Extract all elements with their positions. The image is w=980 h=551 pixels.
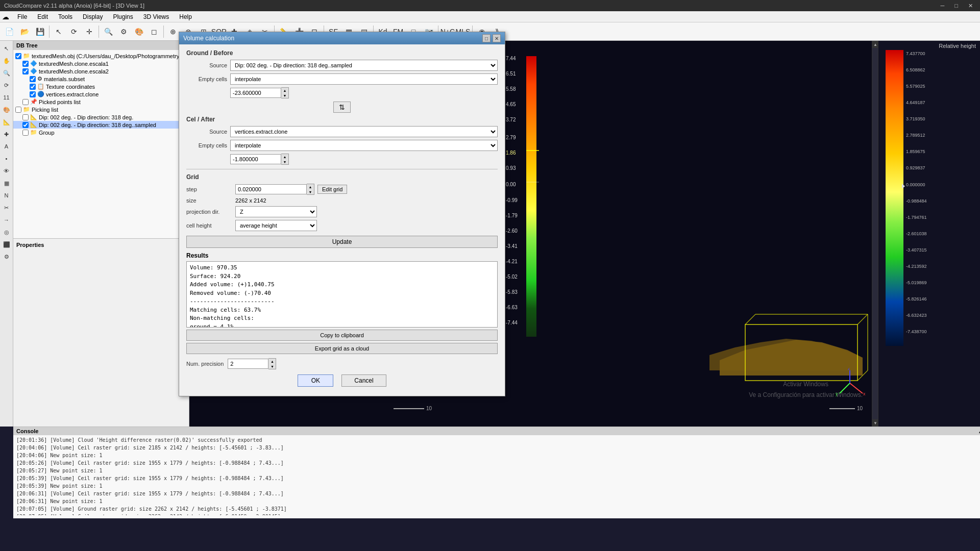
sidebar-arrow[interactable]: → (1, 214, 12, 226)
minimize-button[interactable]: ─ (938, 3, 948, 9)
num-precision-down[interactable]: ▼ (268, 364, 276, 369)
tree-item-6[interactable]: 📌Picked points list (13, 98, 189, 106)
dialog-titlebar[interactable]: Volume calculation □ ✕ (179, 32, 505, 44)
translate-button[interactable]: ✛ (82, 24, 96, 39)
num-precision-up[interactable]: ▲ (268, 359, 276, 364)
tree-checkbox-4[interactable] (30, 84, 36, 90)
tree-item-7[interactable]: 📁Picking list (13, 106, 189, 113)
mesh-button[interactable]: ◻ (147, 24, 161, 39)
menu-tools[interactable]: Tools (54, 12, 77, 21)
cel-height-down[interactable]: ▼ (281, 159, 288, 164)
cancel-button[interactable]: Cancel (341, 374, 386, 387)
tree-item-9[interactable]: 📐Dip: 002 deg. - Dip direction: 318 deg.… (13, 121, 189, 129)
console-collapse-btn[interactable]: ▲ (978, 429, 980, 434)
dialog-titlebar-controls[interactable]: □ ✕ (482, 34, 501, 42)
tree-item-1[interactable]: 🔷texturedMesh.clone.escala1 (13, 60, 189, 67)
menu-3dviews[interactable]: 3D Views (139, 12, 173, 21)
ground-height-input[interactable] (230, 88, 281, 98)
cel-height-input[interactable] (230, 154, 281, 164)
sidebar-label[interactable]: A (1, 141, 12, 152)
menu-file[interactable]: File (13, 12, 31, 21)
tree-checkbox-8[interactable] (22, 114, 29, 120)
open-button[interactable]: 📂 (17, 24, 32, 39)
select-button[interactable]: ↖ (52, 24, 66, 39)
num-precision-input[interactable] (228, 359, 268, 369)
sidebar-point[interactable]: • (1, 153, 12, 164)
tree-checkbox-7[interactable] (15, 107, 21, 113)
menu-plugins[interactable]: Plugins (109, 12, 137, 21)
menu-edit[interactable]: Edit (33, 12, 52, 21)
sidebar-clip[interactable]: ✂ (1, 202, 12, 213)
sidebar-cross[interactable]: ✚ (1, 129, 12, 140)
update-button[interactable]: Update (186, 236, 498, 248)
close-button[interactable]: ✕ (965, 3, 976, 9)
zoom-button[interactable]: 🔍 (101, 24, 115, 39)
cel-height-up[interactable]: ▲ (281, 154, 288, 159)
sidebar-sf[interactable]: 11 (1, 92, 12, 103)
sidebar-pan[interactable]: ✋ (1, 55, 12, 66)
ok-button[interactable]: OK (298, 374, 333, 387)
maximize-button[interactable]: □ (951, 3, 961, 9)
console-content[interactable]: [20:01:36] [Volume] Cloud 'Height differ… (13, 435, 980, 515)
sidebar-extra3[interactable]: ⚙ (1, 251, 12, 262)
tree-checkbox-0[interactable] (15, 53, 21, 59)
tree-item-4[interactable]: 📋Texture coordinates (13, 83, 189, 90)
results-box[interactable]: Volume: 970.35Surface: 924.20Added volum… (186, 261, 498, 328)
vertical-scrollbar[interactable]: ▲ ▼ (872, 41, 878, 427)
tree-item-0[interactable]: 📁texturedMesh.obj (C:/Users/dau_/Desktop… (13, 52, 189, 60)
tree-checkbox-10[interactable] (22, 130, 29, 136)
scroll-down-btn[interactable]: ▼ (872, 419, 878, 427)
tree-checkbox-6[interactable] (22, 99, 29, 105)
scroll-thumb[interactable] (872, 48, 878, 419)
ground-empty-cells-select[interactable]: interpolate (230, 73, 498, 85)
sidebar-zoom[interactable]: 🔍 (1, 67, 12, 79)
points-button[interactable]: ⚙ (116, 24, 131, 39)
grid-cell-height-select[interactable]: average height (235, 220, 317, 231)
swap-button[interactable]: ⇅ (333, 102, 351, 113)
sidebar-extra1[interactable]: ◎ (1, 227, 12, 238)
db-tree-content[interactable]: 📁texturedMesh.obj (C:/Users/dau_/Desktop… (13, 50, 189, 238)
menu-display[interactable]: Display (79, 12, 107, 21)
menu-help[interactable]: Help (175, 12, 196, 21)
export-grid-button[interactable]: Export grid as a cloud (186, 343, 498, 354)
copy-clipboard-button[interactable]: Copy to clipboard (186, 330, 498, 341)
sidebar-extra2[interactable]: ⬛ (1, 239, 12, 250)
ground-source-select[interactable]: Dip: 002 deg. - Dip direction: 318 deg..… (230, 60, 498, 71)
sidebar-N[interactable]: N (1, 190, 12, 201)
sidebar-color[interactable]: 🎨 (1, 104, 12, 115)
title-bar-controls[interactable]: ─ □ ✕ (938, 3, 976, 9)
tree-checkbox-3[interactable] (30, 76, 36, 82)
cel-empty-cells-select[interactable]: interpolate (230, 140, 498, 151)
grid-step-input[interactable] (235, 184, 307, 194)
dialog-maximize-btn[interactable]: □ (482, 34, 491, 42)
dialog-close-btn[interactable]: ✕ (493, 34, 501, 42)
scroll-up-btn[interactable]: ▲ (872, 41, 878, 48)
grid-step-up[interactable]: ▲ (307, 184, 314, 189)
tree-item-10[interactable]: 📁Group (13, 129, 189, 136)
tree-checkbox-9[interactable] (22, 122, 29, 128)
ground-height-up[interactable]: ▲ (281, 88, 288, 93)
cel-source-select[interactable]: vertices.extract.clone (230, 126, 498, 137)
save-button[interactable]: 💾 (33, 24, 47, 39)
ground-height-down[interactable]: ▼ (281, 93, 288, 98)
tree-checkbox-5[interactable] (30, 91, 36, 97)
sidebar-rotate[interactable]: ⟳ (1, 80, 12, 91)
sidebar-eye[interactable]: 👁 (1, 165, 12, 177)
tree-item-5[interactable]: 🔵vertices.extract.clone (13, 90, 189, 98)
new-button[interactable]: 📄 (2, 24, 16, 39)
sidebar-grid[interactable]: ▦ (1, 178, 12, 189)
transform-button[interactable]: ⟳ (67, 24, 81, 39)
grid-step-down[interactable]: ▼ (307, 189, 314, 194)
tree-checkbox-2[interactable] (22, 68, 29, 74)
tree-checkbox-1[interactable] (22, 61, 29, 67)
tool1-button[interactable]: ⊕ (166, 24, 180, 39)
tree-item-8[interactable]: 📐Dip: 002 deg. - Dip direction: 318 deg. (13, 113, 189, 121)
tree-item-3[interactable]: ⚙materials.subset (13, 75, 189, 83)
color-button[interactable]: 🎨 (132, 24, 146, 39)
svg-rect-8 (526, 56, 536, 337)
sidebar-measure[interactable]: 📐 (1, 116, 12, 128)
edit-grid-button[interactable]: Edit grid (317, 185, 347, 194)
sidebar-select[interactable]: ↖ (1, 43, 12, 54)
grid-projection-select[interactable]: Z (235, 206, 317, 217)
tree-item-2[interactable]: 🔷texturedMesh.clone.escala2 (13, 67, 189, 75)
